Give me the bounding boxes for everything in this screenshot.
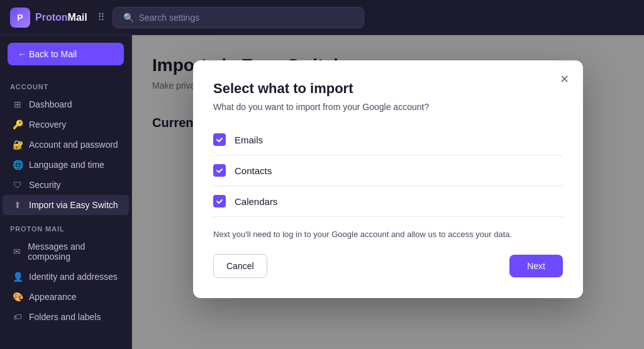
recovery-icon: 🔑: [13, 119, 23, 130]
sidebar-item-account-password[interactable]: 🔐 Account and password: [3, 135, 129, 155]
modal-title: Select what to import: [213, 80, 563, 97]
modal-actions: Cancel Next: [213, 254, 563, 278]
account-password-icon: 🔐: [13, 140, 23, 150]
logo-icon: P: [10, 8, 30, 28]
calendars-label: Calendars: [235, 196, 277, 207]
logo-area: P ProtonMail ⠿: [10, 8, 105, 28]
back-to-mail-button[interactable]: ← Back to Mail: [8, 43, 124, 65]
folders-icon: 🏷: [13, 312, 23, 322]
emails-label: Emails: [235, 135, 263, 145]
sidebar-item-recovery[interactable]: 🔑 Recovery: [3, 114, 129, 135]
search-input[interactable]: [139, 13, 353, 23]
logo-text: ProtonMail: [35, 12, 87, 23]
sidebar-item-appearance[interactable]: 🎨 Appearance: [3, 287, 129, 307]
calendars-checkbox[interactable]: [213, 195, 226, 208]
sidebar-item-dashboard[interactable]: ⊞ Dashboard: [3, 94, 129, 114]
emails-checkbox[interactable]: [213, 133, 226, 146]
sidebar-item-security[interactable]: 🛡 Security: [3, 175, 129, 195]
sidebar: ← Back to Mail ACCOUNT ⊞ Dashboard 🔑 Rec…: [0, 35, 132, 349]
easy-switch-icon: ⬆: [13, 200, 23, 210]
main-content: Import via Easy Switch Make privacy the …: [132, 35, 644, 349]
modal-close-button[interactable]: ✕: [555, 70, 573, 88]
identity-icon: 👤: [13, 272, 23, 282]
sidebar-item-messages-composing[interactable]: ✉ Messages and composing: [3, 236, 129, 267]
sidebar-item-folders-labels[interactable]: 🏷 Folders and labels: [3, 307, 129, 327]
search-bar[interactable]: 🔍: [113, 7, 364, 28]
checkbox-contacts[interactable]: Contacts: [213, 155, 563, 186]
grid-icon[interactable]: ⠿: [97, 11, 105, 23]
sidebar-item-identity-addresses[interactable]: 👤 Identity and addresses: [3, 267, 129, 287]
proton-mail-section-label: PROTON MAIL: [0, 215, 131, 236]
search-icon: 🔍: [123, 13, 134, 23]
sidebar-item-easy-switch[interactable]: ⬆ Import via Easy Switch: [3, 195, 129, 215]
modal-question: What do you want to import from your Goo…: [213, 102, 563, 112]
appearance-icon: 🎨: [13, 292, 23, 302]
next-button[interactable]: Next: [509, 255, 563, 277]
header: P ProtonMail ⠿ 🔍: [0, 0, 644, 35]
language-icon: 🌐: [13, 160, 23, 170]
modal-dialog: ✕ Select what to import What do you want…: [193, 60, 583, 298]
checkbox-calendars[interactable]: Calendars: [213, 186, 563, 217]
security-icon: 🛡: [13, 180, 23, 190]
account-section-label: ACCOUNT: [0, 73, 131, 94]
sidebar-item-language-time[interactable]: 🌐 Language and time: [3, 155, 129, 175]
modal-info-text: Next you'll need to log in to your Googl…: [213, 230, 563, 239]
checkbox-emails[interactable]: Emails: [213, 125, 563, 155]
dashboard-icon: ⊞: [13, 99, 23, 109]
contacts-label: Contacts: [235, 165, 272, 176]
cancel-button[interactable]: Cancel: [213, 254, 267, 278]
main-layout: ← Back to Mail ACCOUNT ⊞ Dashboard 🔑 Rec…: [0, 35, 644, 349]
messages-icon: ✉: [13, 247, 21, 257]
contacts-checkbox[interactable]: [213, 164, 226, 177]
modal-overlay: ✕ Select what to import What do you want…: [132, 35, 644, 349]
